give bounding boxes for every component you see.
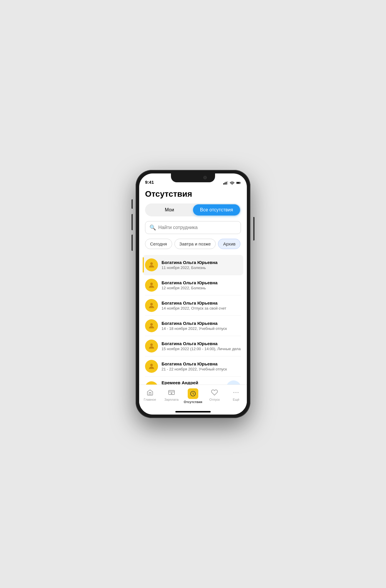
more-icon: [232, 388, 240, 397]
absence-info: Богатина Ольга Юрьевна 12 ноября 2022, Б…: [162, 280, 241, 290]
signal-icon: [223, 181, 228, 185]
absence-detail: 15 ноября 2022 (12:00 - 14:00), Личные д…: [162, 347, 241, 351]
absence-name: Богатина Ольга Юрьевна: [162, 300, 241, 305]
person-icon: [148, 261, 155, 269]
absence-item[interactable]: Богатина Ольга Юрьевна 15 ноября 2022 (1…: [145, 336, 241, 356]
phone-frame: 9:41: [136, 170, 250, 418]
absence-info: Богатина Ольга Юрьевна 21 - 22 ноября 20…: [162, 361, 241, 371]
nav-item-more[interactable]: Ещё: [225, 387, 247, 402]
battery-icon: [236, 181, 241, 185]
avatar: [145, 258, 158, 271]
absence-info: Богатина Ольга Юрьевна 15 ноября 2022 (1…: [162, 341, 241, 351]
nav-item-home[interactable]: Главное: [139, 387, 161, 402]
nav-item-absences[interactable]: Отсутствия: [182, 387, 204, 405]
absence-item[interactable]: Богатина Ольга Юрьевна 14 ноября 2022, О…: [145, 295, 241, 316]
absence-item[interactable]: Богатина Ольга Юрьевна 21 - 22 ноября 20…: [145, 356, 241, 377]
nav-label-salary: Зарплата: [164, 398, 179, 401]
nav-label-more: Ещё: [233, 398, 239, 401]
absence-item[interactable]: Богатина Ольга Юрьевна 14 - 18 ноября 20…: [145, 316, 241, 336]
volume-up-button: [132, 214, 133, 230]
svg-point-15: [171, 393, 172, 394]
my-absences-toggle[interactable]: Мои: [146, 204, 193, 216]
absence-name: Богатина Ольга Юрьевна: [162, 321, 241, 326]
person-icon: [148, 302, 155, 309]
absence-detail: 14 - 18 ноября 2022, Учебный отпуск: [162, 326, 241, 331]
absence-detail: 21 - 22 ноября 2022, Учебный отпуск: [162, 367, 241, 371]
content-area: Отсутствия Мои Все отсутствия 🔍 Сегодня …: [139, 186, 247, 385]
nav-label-vacation: Отпуск: [209, 398, 220, 401]
svg-rect-3: [227, 181, 228, 184]
add-absence-button[interactable]: +: [226, 380, 241, 385]
svg-point-9: [150, 303, 153, 305]
absence-detail: 12 ноября 2022, Болезнь: [162, 286, 241, 290]
search-bar[interactable]: 🔍: [145, 221, 241, 234]
svg-rect-6: [237, 182, 240, 183]
absence-name: Еремеев Андрей Михайлович: [162, 380, 223, 385]
power-button: [253, 217, 254, 240]
view-toggle: Мои Все отсутствия: [145, 203, 241, 216]
filter-today[interactable]: Сегодня: [145, 239, 172, 249]
absence-info: Еремеев Андрей Михайлович 18 - 20 октябр…: [162, 380, 223, 385]
absence-icon: [188, 388, 198, 399]
absence-info: Богатина Ольга Юрьевна 14 ноября 2022, О…: [162, 300, 241, 310]
svg-rect-2: [226, 182, 227, 184]
absence-detail: 11 ноября 2022, Болезнь: [162, 265, 241, 270]
absence-name: Богатина Ольга Юрьевна: [162, 361, 241, 366]
absence-item[interactable]: Богатина Ольга Юрьевна 11 ноября 2022, Б…: [143, 255, 243, 275]
svg-point-17: [234, 392, 234, 393]
svg-point-19: [238, 392, 239, 393]
svg-rect-0: [223, 183, 224, 185]
svg-point-10: [150, 323, 153, 326]
nav-label-home: Главное: [144, 398, 156, 401]
avatar: [145, 299, 158, 312]
home-icon: [146, 388, 154, 397]
person-icon: [148, 281, 155, 289]
filter-archive[interactable]: Архив: [218, 239, 240, 249]
status-time: 9:41: [145, 180, 154, 185]
svg-point-7: [150, 262, 153, 265]
absence-info: Богатина Ольга Юрьевна 14 - 18 ноября 20…: [162, 321, 241, 331]
person-icon: [148, 322, 155, 330]
nav-item-vacation[interactable]: Отпуск: [204, 387, 225, 402]
absence-detail: 14 ноября 2022, Отпуск за свой счет: [162, 306, 241, 310]
person-icon: [148, 342, 155, 350]
nav-label-absences: Отсутствия: [184, 400, 202, 404]
svg-point-11: [150, 343, 153, 346]
avatar: [145, 279, 158, 292]
avatar: [145, 340, 158, 353]
avatar: [145, 319, 158, 332]
phone-screen: 9:41: [139, 173, 247, 415]
home-bar: [175, 411, 211, 412]
svg-point-18: [236, 392, 237, 393]
wifi-icon: [230, 181, 234, 185]
absence-name: Богатина Ольга Юрьевна: [162, 341, 241, 346]
svg-rect-1: [224, 183, 225, 185]
person-icon: [148, 363, 155, 370]
absence-item[interactable]: Еремеев Андрей Михайлович 18 - 20 октябр…: [145, 377, 241, 385]
absence-item[interactable]: Богатина Ольга Юрьевна 12 ноября 2022, Б…: [145, 275, 241, 295]
notch: [171, 173, 215, 182]
page-title: Отсутствия: [145, 189, 241, 199]
all-absences-toggle[interactable]: Все отсутствия: [193, 204, 240, 216]
absence-name: Богатина Ольга Юрьевна: [162, 260, 241, 265]
absence-name: Богатина Ольга Юрьевна: [162, 280, 241, 285]
nav-item-salary[interactable]: Зарплата: [161, 387, 182, 402]
absence-list: Богатина Ольга Юрьевна 11 ноября 2022, Б…: [145, 255, 241, 385]
filter-tomorrow[interactable]: Завтра и позже: [174, 239, 216, 249]
search-icon: 🔍: [149, 224, 156, 231]
mute-button: [132, 199, 133, 209]
volume-down-button: [132, 235, 133, 251]
svg-point-12: [150, 364, 153, 366]
status-icons: [223, 181, 241, 185]
search-input[interactable]: [158, 225, 237, 230]
filter-chips: Сегодня Завтра и позже Архив: [145, 239, 241, 249]
bottom-navigation: Главное Зарплата: [139, 385, 247, 409]
avatar: [145, 381, 158, 385]
camera: [203, 176, 207, 179]
avatar: [145, 360, 158, 373]
vacation-icon: [210, 388, 219, 397]
home-indicator: [139, 409, 247, 415]
salary-icon: [167, 388, 176, 397]
person-icon: [148, 384, 155, 385]
absence-info: Богатина Ольга Юрьевна 11 ноября 2022, Б…: [162, 260, 241, 270]
